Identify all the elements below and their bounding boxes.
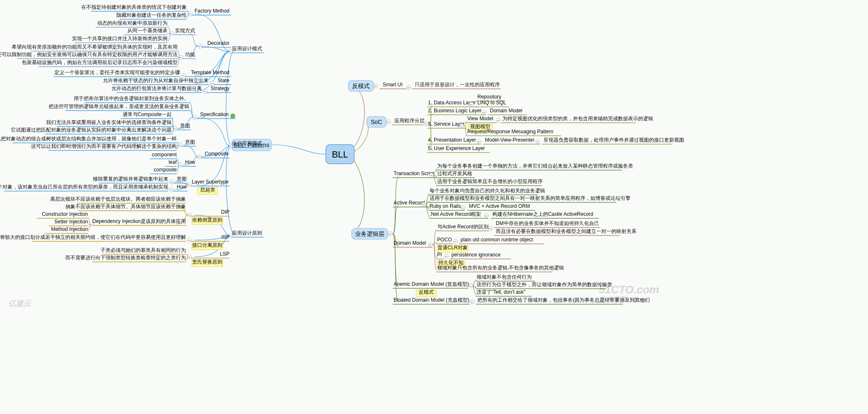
state-leaf: 允许将依赖于状态的行为从对象自身中独立出来 (103, 78, 209, 83)
watermark-blog: Blog (632, 296, 646, 303)
view-model-leaf: 为特定视图优化的强类型的类，并包含用来辅助完成数据表示的逻辑 (502, 116, 653, 122)
layer-supertype[interactable]: Layer Supertype (192, 179, 229, 185)
root-label: BLL (332, 149, 348, 160)
comp-how[interactable]: How (185, 159, 195, 165)
spec-intent[interactable]: 意图 (180, 123, 190, 129)
bloated-dm[interactable]: Bloated Domain Model (充血模型) (394, 297, 469, 303)
l4-name[interactable]: Presentation Layer (434, 137, 476, 143)
anemic-hl: 反模式 (419, 289, 434, 295)
comp-l1: 这可以让我们即时增强行为而不需要客户代码理解这个复杂的结构 (31, 143, 177, 149)
lsp-l0: 子类必须与她们的基类具有相同的行为 (100, 247, 186, 253)
comp-intent[interactable]: 意图 (185, 139, 195, 145)
comp-how-0: component (152, 152, 177, 158)
svg-text:–: – (188, 213, 190, 217)
view-model[interactable]: View Model (467, 116, 493, 122)
svg-text:–: – (407, 85, 410, 90)
isp[interactable]: ISP (222, 234, 229, 240)
dm-diff-1: 而且没有必要在数据模型和业务模型之间建立一对一的映射关系 (496, 228, 636, 234)
smart-ui-leaf: 只适用于原形设计，一次性的应用程序 (415, 82, 500, 88)
pi-leaf: persistence ignorance (451, 252, 501, 258)
dec-func-1: 还可以限制功能，例如安全装饰可以确保只有具有特定权限的用户才能够调用方法 (0, 52, 178, 57)
smart-ui[interactable]: Smart UI (383, 82, 402, 88)
svg-text:–: – (188, 238, 190, 242)
spec-l0: 用于把布尔算法中的业务逻辑封装到业务实体之外。 (74, 96, 189, 101)
decorator[interactable]: Decorator (207, 40, 229, 46)
template-method[interactable]: Template Method (191, 70, 229, 75)
active-record[interactable]: Active Record (394, 200, 425, 206)
dec-func-2: 包装基础设施代码，例如在方法调用前后记录日志而不会污染领域模型 (22, 60, 178, 65)
grp-design-principle[interactable]: 应用设计原则 (232, 230, 262, 236)
svg-text:–: – (483, 110, 485, 114)
svg-text:–: – (470, 102, 472, 106)
mindmap-canvas: BLL BLL: Patterns 应用设计模式 – 企业应用模式 – 应用设计… (0, 0, 868, 414)
grp-enterprise-pattern[interactable]: 企业应用模式 (232, 140, 262, 146)
biz-logic-node[interactable]: 业务逻辑层 (352, 228, 388, 239)
spec-l1: 把这些可管理的逻辑单元链接起来，形成更灵活的复杂业务逻辑 (49, 104, 189, 109)
svg-text:–: – (198, 155, 200, 159)
composite[interactable]: Composite (205, 151, 229, 157)
svg-text:–: – (469, 284, 471, 288)
anti-pattern-node[interactable]: 反模式 (348, 80, 373, 91)
comp-how-2: composite (154, 167, 177, 173)
dip[interactable]: DIP (221, 209, 229, 215)
svg-text:–: – (188, 183, 190, 187)
svg-text:–: – (170, 31, 173, 36)
svg-text:–: – (454, 239, 456, 243)
poco[interactable]: POCO (437, 237, 452, 243)
dip-hl: 依赖倒置原则 (192, 217, 222, 223)
svg-text:–: – (445, 254, 447, 259)
comp-l0: 它可以把对象动态的组合成树状或层次结构集合并加以使用，就像他们是单个对象一样 (0, 136, 177, 142)
lsp-hl: 里氏替换原则 (192, 259, 222, 265)
domain-model[interactable]: Domain Model (394, 240, 426, 246)
l2-name[interactable]: Business Logic Layer (434, 108, 482, 114)
app-layers[interactable]: 应用程序分层 (394, 118, 425, 124)
dec-impl-2: 实现一个共享的接口并注入待装饰类的实例 (72, 36, 167, 41)
strategy[interactable]: Strategy (211, 85, 229, 91)
svg-text:–: – (460, 124, 462, 128)
svg-text:–: – (430, 173, 432, 177)
tx-script[interactable]: Transaction Script (394, 171, 434, 176)
ar-net-leaf: 构建在NHibernate之上的Castle ActiveRecord (492, 211, 593, 217)
root-node[interactable]: BLL (326, 145, 354, 164)
dec-func-0: 希望向现有类添加额外的功能而又不希望被绑定到具体的实现时，及其有用 (12, 44, 178, 50)
l3-num: 3. (428, 121, 432, 127)
svg-text:–: – (429, 243, 431, 247)
soc-node[interactable]: SoC (367, 116, 386, 127)
pi[interactable]: PI (437, 252, 442, 258)
state[interactable]: State (218, 78, 229, 83)
factory-method[interactable]: Factory Method (195, 8, 229, 14)
ar-net[interactable]: .Net Active Record框架 (430, 211, 481, 217)
req-resp: Request/Response Messaging Pattern (467, 129, 553, 135)
ls-intent[interactable]: 意图 (176, 176, 187, 182)
comp-how-1: leaf (169, 159, 177, 165)
svg-text:–: – (375, 84, 377, 88)
tx-l0: 为每个业务事务创建一个单独的方法，并将它们组合起来放入某种静态管理程序或服务类 (437, 163, 633, 169)
grp-app-design-pattern[interactable]: 应用设计模式 (232, 46, 262, 52)
di-0: Constructor Injection (42, 211, 88, 217)
ls-how[interactable]: How (177, 184, 187, 190)
l2-num: 2. (428, 108, 432, 114)
svg-text:–: – (179, 163, 181, 167)
specification[interactable]: Specification (200, 111, 229, 117)
decorator-impl[interactable]: 实现方式 (175, 28, 195, 34)
spec-l4: 它试图通过把匹配对象的业务逻辑从实际的对象中分离出来解决这个问题 (11, 127, 172, 133)
biz-label: 业务逻辑层 (355, 230, 384, 237)
svg-text:–: – (425, 122, 427, 126)
svg-text:–: – (180, 55, 182, 60)
anemic-dm[interactable]: Anemic Domain Model (贫血模型) (394, 281, 469, 287)
dm-diff[interactable]: 与Active Record的区别 (437, 224, 489, 230)
ar-l0: 每个业务对象均负责自己的持久化和相关的业务逻辑 (430, 188, 545, 194)
svg-text:–: – (188, 255, 190, 259)
decorator-func[interactable]: 功能 (185, 52, 195, 57)
ar-ror[interactable]: Ruby on Rails (430, 203, 461, 209)
svg-text:–: – (422, 202, 425, 207)
svg-text:–: – (199, 44, 201, 48)
dip-di[interactable]: Dependency Injection是该原则的具体应用 (93, 218, 186, 224)
mvp[interactable]: Model-View-Presenter (485, 137, 535, 143)
anemic-l1: 这些行为位于模型之外，而让领域对象作为简单的数据传输类 (476, 282, 612, 287)
l4-num: 4. (428, 137, 432, 143)
lsp[interactable]: LSP (220, 251, 229, 257)
svg-text:–: – (174, 127, 176, 131)
svg-text:–: – (211, 81, 213, 85)
svg-text:–: – (170, 180, 173, 184)
